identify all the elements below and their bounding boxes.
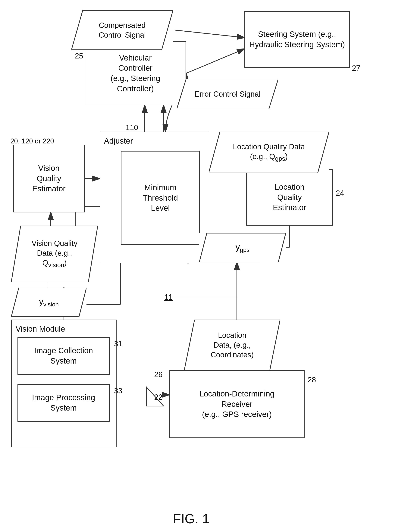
location-quality-estimator-box: LocationQualityEstimator	[246, 169, 333, 226]
label-22: 22	[154, 393, 163, 401]
location-quality-data-para: Location Quality Data(e.g., Qgps)	[209, 132, 329, 173]
label-31: 31	[114, 340, 122, 348]
error-control-signal-label: Error Control Signal	[194, 89, 260, 99]
location-quality-estimator-label: LocationQualityEstimator	[273, 182, 306, 213]
vehicular-controller-box: VehicularController(e.g., SteeringContro…	[85, 41, 186, 105]
location-data-label: LocationData, (e.g.,Coordinates)	[211, 330, 254, 360]
image-processing-system-label: Image ProcessingSystem	[32, 392, 95, 413]
steering-system-box: Steering System (e.g., Hydraulic Steerin…	[244, 11, 350, 68]
image-collection-system-label: Image CollectionSystem	[34, 345, 93, 366]
vision-quality-estimator-label: VisionQualityEstimator	[32, 163, 66, 194]
vision-module-box: Vision Module Image CollectionSystem Ima…	[11, 320, 116, 447]
image-collection-system-box: Image CollectionSystem	[18, 337, 110, 375]
vision-quality-estimator-box: VisionQualityEstimator	[13, 145, 85, 212]
vision-quality-data-label: Vision QualityData (e.g.,Qvision)	[32, 238, 77, 269]
label-28: 28	[308, 376, 316, 384]
label-110: 110	[125, 123, 138, 132]
label-33: 33	[114, 387, 122, 395]
steering-system-label: Steering System (e.g., Hydraulic Steerin…	[245, 29, 349, 50]
label-26: 26	[154, 370, 163, 379]
min-threshold-box: MinimumThresholdLevel	[121, 151, 200, 245]
label-11: 11	[164, 293, 173, 301]
vision-module-label: Vision Module	[16, 324, 65, 334]
svg-line-4	[186, 49, 244, 73]
y-vision-label: yvision	[39, 296, 59, 308]
diagram: Steering System (e.g., Hydraulic Steerin…	[0, 0, 414, 532]
adjuster-label: Adjuster	[104, 136, 133, 146]
location-data-para: LocationData, (e.g.,Coordinates)	[184, 320, 280, 370]
compensated-control-signal-para: CompensatedControl Signal	[71, 10, 173, 50]
figure-caption: FIG. 1	[173, 511, 210, 526]
label-24: 24	[336, 189, 344, 197]
vehicular-controller-label: VehicularController(e.g., SteeringContro…	[111, 53, 160, 94]
min-threshold-label: MinimumThresholdLevel	[143, 182, 178, 213]
svg-line-2	[175, 30, 244, 38]
label-25: 25	[75, 52, 83, 60]
error-control-signal-para: Error Control Signal	[177, 79, 278, 109]
vision-quality-data-para: Vision QualityData (e.g.,Qvision)	[11, 226, 98, 282]
location-quality-data-label: Location Quality Data(e.g., Qgps)	[233, 142, 305, 163]
y-gps-para: ygps	[199, 233, 286, 262]
label-20-120-220: 20, 120 or 220	[10, 137, 54, 145]
y-gps-label: ygps	[236, 242, 250, 254]
location-determining-receiver-label: Location-DeterminingReceiver(e.g., GPS r…	[199, 389, 274, 420]
label-27: 27	[352, 64, 360, 72]
compensated-control-signal-label: CompensatedControl Signal	[98, 20, 146, 40]
y-vision-para: yvision	[11, 288, 87, 317]
location-determining-receiver-box: Location-DeterminingReceiver(e.g., GPS r…	[169, 370, 305, 438]
image-processing-system-box: Image ProcessingSystem	[18, 384, 110, 422]
